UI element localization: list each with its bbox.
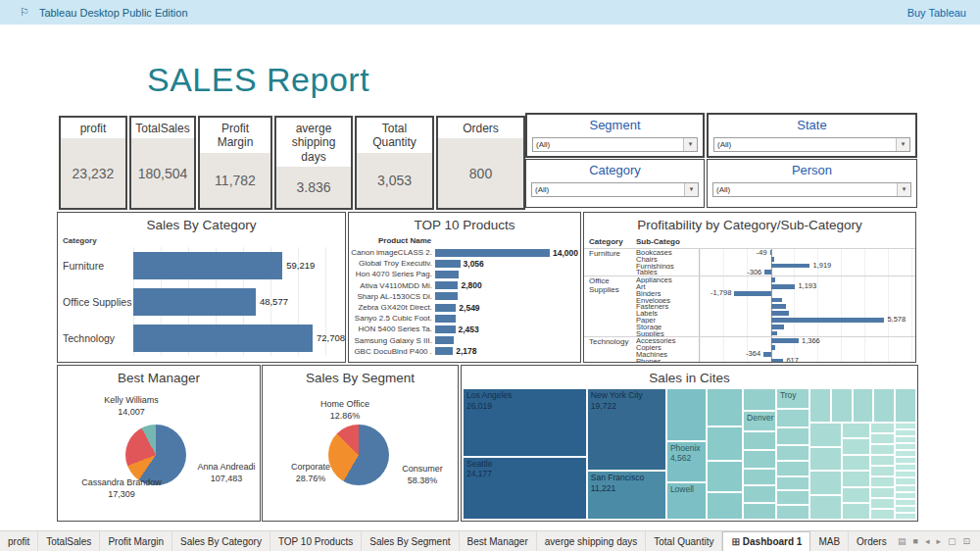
bar-sanyo-2-5-cubic-foot[interactable] bbox=[435, 315, 456, 323]
treemap-cell[interactable] bbox=[842, 438, 870, 455]
tab-profit[interactable]: profit bbox=[0, 531, 38, 551]
filmstrip-icon[interactable]: ▤ bbox=[898, 536, 906, 546]
treemap-cell-cell[interactable] bbox=[776, 490, 809, 505]
dropdown-arrow-icon[interactable]: ▾ bbox=[684, 183, 698, 196]
treemap-cell[interactable] bbox=[895, 471, 916, 477]
tab-averge-shipping-days[interactable]: averge shipping days bbox=[537, 531, 647, 551]
treemap-cell[interactable] bbox=[870, 423, 895, 433]
bar-furnishings[interactable] bbox=[771, 264, 810, 269]
filter-dropdown-person[interactable]: (All)▾ bbox=[712, 182, 911, 197]
treemap-cell[interactable] bbox=[870, 466, 895, 476]
kpi-card-orders[interactable]: Orders800 bbox=[436, 116, 525, 210]
tab-profit-margin[interactable]: Profit Margin bbox=[100, 531, 172, 551]
tab-dashboard-1[interactable]: ⊞Dashboard 1 bbox=[722, 531, 810, 551]
treemap-cell[interactable] bbox=[842, 503, 870, 520]
treemap-cell-cell[interactable] bbox=[743, 450, 776, 469]
bar-paper[interactable] bbox=[771, 318, 885, 323]
treemap-cell-denver[interactable]: Denver bbox=[743, 411, 776, 431]
kpi-card-totalsales[interactable]: TotalSales180,504 bbox=[129, 116, 196, 210]
show-sheet-icon[interactable]: ■ bbox=[912, 536, 917, 546]
next-sheet-icon[interactable]: ▸ bbox=[936, 536, 941, 546]
treemap-cell[interactable] bbox=[809, 388, 831, 423]
kpi-card-profit[interactable]: profit23,232 bbox=[59, 116, 127, 210]
filter-dropdown-segment[interactable]: (All)▾ bbox=[532, 137, 698, 152]
bar-technology[interactable] bbox=[133, 325, 313, 352]
treemap-cell-troy[interactable]: Troy bbox=[776, 388, 809, 409]
treemap-cell[interactable] bbox=[895, 457, 916, 464]
kpi-card-averge-shipping-days[interactable]: averge shipping days3.836 bbox=[274, 116, 353, 210]
dropdown-arrow-icon[interactable]: ▾ bbox=[897, 183, 910, 196]
treemap-cell-seattle[interactable]: Seattle24,177 bbox=[463, 457, 587, 520]
treemap-cell[interactable] bbox=[842, 487, 870, 504]
bar-phones[interactable] bbox=[771, 359, 784, 363]
prev-sheet-icon[interactable]: ◂ bbox=[925, 536, 930, 546]
bar-samsung-galaxy-s-iii[interactable] bbox=[435, 336, 454, 344]
bar-zebra-gx420t-direct[interactable] bbox=[435, 304, 456, 312]
tab-orders[interactable]: Orders bbox=[849, 531, 888, 551]
tab-top-10-products[interactable]: TOP 10 Products bbox=[270, 531, 362, 551]
dropdown-arrow-icon[interactable]: ▾ bbox=[683, 138, 697, 151]
treemap-cell-cell[interactable] bbox=[707, 426, 744, 461]
treemap-cell-cell[interactable] bbox=[666, 388, 707, 441]
treemap-cell[interactable] bbox=[842, 423, 870, 439]
treemap-cell[interactable] bbox=[831, 388, 853, 423]
bar-copiers[interactable] bbox=[771, 345, 776, 350]
treemap-cell[interactable] bbox=[895, 492, 916, 499]
treemap-cell[interactable] bbox=[870, 444, 895, 455]
new-sheet-icon[interactable]: ▢ bbox=[948, 536, 956, 546]
treemap-cell-cell[interactable] bbox=[776, 461, 809, 476]
treemap-cell-cell[interactable] bbox=[776, 409, 809, 427]
treemap-cell[interactable] bbox=[870, 487, 895, 498]
bar-accessories[interactable] bbox=[771, 338, 799, 343]
tab-totalsales[interactable]: TotalSales bbox=[38, 531, 100, 551]
treemap-cell[interactable] bbox=[809, 423, 842, 447]
treemap-cell[interactable] bbox=[895, 429, 916, 436]
treemap-cell-cell[interactable] bbox=[776, 476, 809, 491]
bar-global-troy-executiv[interactable] bbox=[435, 260, 461, 268]
flag-icon[interactable]: ⚐ bbox=[20, 6, 29, 19]
treemap-cell[interactable] bbox=[842, 471, 870, 487]
tab-sales-by-segment[interactable]: Sales By Segment bbox=[362, 531, 459, 551]
treemap-cell[interactable] bbox=[895, 436, 916, 443]
treemap-cell[interactable] bbox=[870, 476, 895, 487]
bar-office-supplies[interactable] bbox=[133, 288, 256, 316]
treemap-cell-cell[interactable] bbox=[707, 492, 744, 520]
best-manager-pie[interactable] bbox=[125, 425, 186, 485]
treemap-cell-cell[interactable] bbox=[707, 461, 744, 492]
treemap-cell[interactable] bbox=[809, 471, 842, 495]
bar-fasteners[interactable] bbox=[771, 304, 787, 309]
treemap-cell[interactable] bbox=[870, 433, 895, 444]
bar-binders[interactable] bbox=[734, 291, 770, 296]
treemap-cell-phoenix[interactable]: Phoenix4,562 bbox=[666, 441, 707, 483]
treemap-cell-cell[interactable] bbox=[743, 431, 776, 450]
treemap-cell[interactable] bbox=[870, 509, 895, 520]
treemap-cell-cell[interactable] bbox=[743, 503, 776, 520]
bar-hon-5400-series-ta[interactable] bbox=[435, 326, 456, 333]
treemap-cell-cell[interactable] bbox=[776, 427, 809, 444]
treemap-cell-cell[interactable] bbox=[776, 445, 809, 461]
treemap-cell[interactable] bbox=[895, 506, 916, 513]
tab-mab[interactable]: MAB bbox=[810, 531, 849, 551]
bar-canon-imageclass-2[interactable] bbox=[435, 249, 550, 257]
bar-ativa-v4110mdd-mi[interactable] bbox=[435, 281, 458, 289]
treemap-cell-cell[interactable] bbox=[743, 388, 776, 411]
treemap-cell[interactable] bbox=[895, 477, 916, 484]
bar-hon-4070-series-pag[interactable] bbox=[435, 271, 459, 278]
bar-furniture[interactable] bbox=[133, 252, 282, 279]
bar-tables[interactable] bbox=[764, 270, 770, 275]
treemap-cell[interactable] bbox=[870, 455, 895, 466]
bar-machines[interactable] bbox=[763, 352, 771, 357]
bar-appliances[interactable] bbox=[771, 277, 775, 282]
presentation-mode-icon[interactable]: ⊡ bbox=[962, 536, 970, 546]
treemap-cell[interactable] bbox=[842, 455, 870, 472]
treemap-cell-new-york-city[interactable]: New York City19,722 bbox=[587, 388, 666, 471]
treemap-cell[interactable] bbox=[895, 388, 916, 423]
bar-storage[interactable] bbox=[771, 325, 784, 329]
treemap-cell[interactable] bbox=[895, 450, 916, 457]
treemap-cell[interactable] bbox=[870, 498, 895, 509]
bar-envelopes[interactable] bbox=[771, 298, 783, 303]
bar-supplies[interactable] bbox=[771, 331, 777, 336]
treemap-cell[interactable] bbox=[853, 388, 874, 423]
treemap-cell[interactable] bbox=[873, 388, 895, 423]
treemap-cell-cell[interactable] bbox=[743, 469, 776, 485]
